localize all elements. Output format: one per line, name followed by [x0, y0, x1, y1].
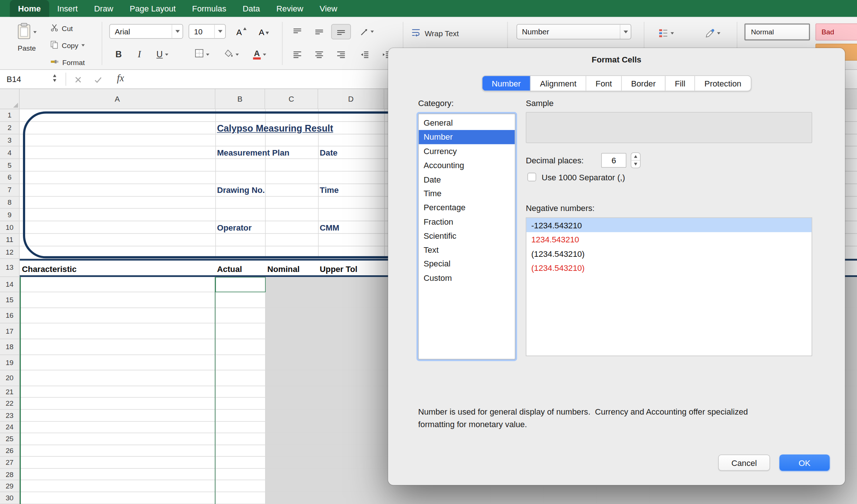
dialog-tab-number[interactable]: Number [482, 76, 531, 91]
category-option-number[interactable]: Number [419, 130, 515, 144]
decimal-places-input[interactable] [601, 153, 626, 168]
category-option-text[interactable]: Text [419, 243, 515, 257]
row-header-16[interactable]: 16 [0, 308, 19, 323]
borders-button[interactable] [189, 47, 214, 62]
name-box-stepper[interactable] [53, 74, 56, 82]
dialog-tab-alignment[interactable]: Alignment [531, 76, 586, 91]
category-option-custom[interactable]: Custom [419, 271, 515, 285]
align-middle-button[interactable] [309, 24, 329, 39]
dialog-tab-font[interactable]: Font [586, 76, 622, 91]
decrease-font-size-button[interactable]: A [254, 24, 274, 39]
negative-option-3[interactable]: (1234.543210) [526, 260, 812, 275]
row-header-8[interactable]: 8 [0, 197, 19, 209]
number-format-caret-icon[interactable] [620, 25, 631, 39]
ribbon-tab-home[interactable]: Home [10, 0, 49, 17]
category-listbox[interactable]: GeneralNumberCurrencyAccountingDateTimeP… [418, 113, 515, 359]
ribbon-tab-formulas[interactable]: Formulas [184, 0, 234, 17]
row-header-15[interactable]: 15 [0, 292, 19, 308]
fill-color-button[interactable] [219, 47, 244, 62]
negative-numbers-listbox[interactable]: -1234.5432101234.543210(1234.543210)(123… [526, 217, 812, 356]
text-orientation-button[interactable] [354, 24, 379, 39]
row-header-28[interactable]: 28 [0, 469, 19, 480]
use-1000-separator-checkbox[interactable] [528, 173, 536, 181]
dialog-tab-border[interactable]: Border [622, 76, 665, 91]
cancel-entry-button[interactable] [73, 75, 83, 85]
increase-font-size-button[interactable]: A [231, 24, 251, 39]
align-right-button[interactable] [331, 47, 351, 62]
cancel-button[interactable]: Cancel [718, 454, 770, 471]
row-header-27[interactable]: 27 [0, 457, 19, 469]
column-header-d[interactable]: D [318, 89, 384, 109]
ribbon-tab-page-layout[interactable]: Page Layout [122, 0, 184, 17]
dialog-tab-fill[interactable]: Fill [665, 76, 695, 91]
row-header-13[interactable]: 13 [0, 259, 19, 277]
decimal-places-stepper[interactable] [631, 152, 641, 168]
negative-option-0[interactable]: -1234.543210 [526, 218, 812, 232]
ribbon-tab-insert[interactable]: Insert [49, 0, 86, 17]
ribbon-tab-review[interactable]: Review [268, 0, 311, 17]
enter-entry-button[interactable] [93, 75, 103, 85]
ok-button[interactable]: OK [779, 454, 830, 471]
underline-button[interactable]: U [151, 47, 174, 62]
font-size-select[interactable]: 10 [189, 24, 226, 39]
category-option-currency[interactable]: Currency [419, 144, 515, 158]
row-header-6[interactable]: 6 [0, 171, 19, 184]
row-header-21[interactable]: 21 [0, 386, 19, 398]
row-header-17[interactable]: 17 [0, 324, 19, 339]
category-option-scientific[interactable]: Scientific [419, 228, 515, 242]
font-color-button[interactable]: A [247, 47, 272, 62]
font-name-select[interactable]: Arial [109, 24, 183, 39]
row-header-23[interactable]: 23 [0, 410, 19, 422]
stepper-up-button[interactable] [631, 153, 640, 161]
copy-button[interactable]: Copy [50, 39, 85, 52]
conditional-formatting-button[interactable] [651, 23, 681, 44]
align-top-button[interactable] [288, 24, 307, 39]
category-option-date[interactable]: Date [419, 172, 515, 186]
row-header-19[interactable]: 19 [0, 355, 19, 370]
selected-cell-b14[interactable] [215, 277, 265, 292]
row-header-25[interactable]: 25 [0, 433, 19, 445]
column-header-c[interactable]: C [265, 89, 318, 109]
row-header-26[interactable]: 26 [0, 445, 19, 457]
decrease-indent-button[interactable] [355, 47, 374, 62]
dialog-tab-protection[interactable]: Protection [695, 76, 751, 91]
negative-option-2[interactable]: (1234.543210) [526, 246, 812, 260]
category-option-general[interactable]: General [419, 116, 515, 130]
italic-button[interactable]: I [131, 47, 148, 62]
align-left-button[interactable] [288, 47, 307, 62]
font-size-caret-icon[interactable] [214, 25, 226, 38]
stepper-down-button[interactable] [631, 161, 640, 168]
style-chip-normal[interactable]: Normal [744, 24, 810, 41]
row-header-5[interactable]: 5 [0, 159, 19, 171]
column-header-b[interactable]: B [215, 89, 265, 109]
row-header-24[interactable]: 24 [0, 422, 19, 433]
ribbon-tab-view[interactable]: View [311, 0, 345, 17]
bold-button[interactable]: B [111, 47, 127, 62]
style-chip-bad[interactable]: Bad [816, 24, 857, 41]
row-header-18[interactable]: 18 [0, 339, 19, 355]
row-header-11[interactable]: 11 [0, 234, 19, 246]
row-header-20[interactable]: 20 [0, 370, 19, 386]
row-header-3[interactable]: 3 [0, 134, 19, 147]
row-header-30[interactable]: 30 [0, 492, 19, 504]
row-header-1[interactable]: 1 [0, 109, 19, 122]
select-all-corner[interactable] [0, 89, 20, 109]
row-header-10[interactable]: 10 [0, 221, 19, 234]
number-format-select[interactable]: Number [516, 24, 631, 39]
row-header-29[interactable]: 29 [0, 480, 19, 492]
row-header-22[interactable]: 22 [0, 398, 19, 410]
category-option-accounting[interactable]: Accounting [419, 158, 515, 172]
insert-function-button[interactable]: fx [117, 73, 124, 84]
row-header-4[interactable]: 4 [0, 147, 19, 159]
category-option-special[interactable]: Special [419, 257, 515, 271]
paste-dropdown-caret-icon[interactable] [33, 31, 37, 33]
font-name-caret-icon[interactable] [172, 25, 183, 38]
paste-button[interactable]: Paste [11, 23, 43, 65]
format-painter-button[interactable]: Format [50, 56, 85, 69]
ribbon-tab-draw[interactable]: Draw [86, 0, 121, 17]
category-option-fraction[interactable]: Fraction [419, 214, 515, 228]
name-box[interactable]: B14 [7, 74, 21, 84]
wrap-text-button[interactable]: Wrap Text [411, 26, 459, 40]
ribbon-tab-data[interactable]: Data [234, 0, 268, 17]
category-option-time[interactable]: Time [419, 186, 515, 200]
